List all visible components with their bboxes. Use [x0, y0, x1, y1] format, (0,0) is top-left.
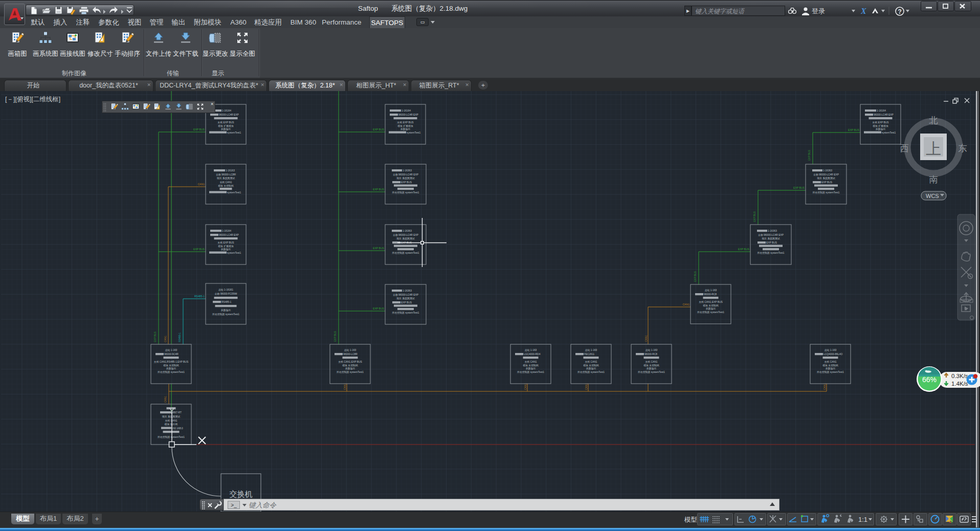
svg-text:主线 CAN1,EXP BUS: 主线 CAN1,EXP BUS [699, 300, 723, 303]
svg-text:多路输出: 多路输出 [221, 127, 231, 131]
svg-text:项目 系统图测试: 项目 系统图测试 [396, 237, 415, 240]
svg-text:EXP BUS: EXP BUS [401, 301, 412, 304]
svg-text:96000-LC4R EXP: 96000-LC4R EXP [874, 114, 894, 116]
svg-text:总站 1-163: 总站 1-163 [645, 348, 658, 352]
svg-text:所在控制器 systemTest1: 所在控制器 systemTest1 [638, 370, 665, 374]
svg-text:96000-RC8: 96000-RC8 [704, 293, 717, 296]
svg-text:CAN1: CAN1 [524, 383, 527, 390]
svg-text:南: 南 [929, 174, 938, 185]
svg-text:全称 96000-LC4R EXP: 全称 96000-LC4R EXP [393, 234, 418, 236]
svg-text:EXP BUS: EXP BUS [334, 331, 337, 342]
svg-text:CAN1: CAN1 [197, 183, 205, 186]
svg-text:CAN1: CAN1 [645, 335, 648, 342]
svg-text:所在控制器 systemTest1: 所在控制器 systemTest1 [337, 370, 364, 374]
svg-text:模块 主控制线: 模块 主控制线 [163, 364, 179, 367]
svg-text:总站 1-163: 总站 1-163 [165, 348, 177, 352]
svg-text:systemTest1: systemTest1 [407, 131, 420, 134]
svg-text:主线 CAN1: 主线 CAN1 [524, 360, 537, 363]
svg-text:CAN1: CAN1 [585, 383, 588, 390]
svg-text:192.168.0: 192.168.0 [172, 427, 183, 430]
svg-text:systemTest1: systemTest1 [227, 252, 241, 254]
svg-text:EXP BUS: EXP BUS [193, 248, 205, 251]
svg-text:96000-LC4R EXP: 96000-LC4R EXP [219, 114, 239, 116]
svg-text:北: 北 [929, 115, 938, 125]
svg-text:全称 96000-LC4R EXP: 全称 96000-LC4R EXP [813, 173, 839, 176]
svg-text:所在控制器 systemTest1: 所在控制器 systemTest1 [577, 370, 605, 374]
svg-text:模块 扩展模块: 模块 扩展模块 [397, 124, 413, 127]
svg-text:模块 主控制线: 模块 主控制线 [523, 364, 539, 367]
svg-text:模块 输出线: 模块 输出线 [165, 423, 178, 426]
svg-text:所在控制器 systemTest1: 所在控制器 systemTest1 [392, 311, 419, 315]
svg-text:96000-9C4R: 96000-9C4R [164, 353, 179, 356]
svg-text:EXP BUS: EXP BUS [154, 331, 157, 342]
svg-text:66%: 66% [922, 375, 937, 384]
svg-text:96000-LC8R: 96000-LC8R [343, 353, 358, 356]
svg-text:所在控制器 systemTest1: 所在控制器 systemTest1 [817, 370, 844, 374]
svg-text:模块 主控制线: 模块 主控制线 [342, 364, 358, 367]
svg-text:多路输出: 多路输出 [706, 307, 716, 311]
svg-text:总站 1-16161: 总站 1-16161 [218, 288, 233, 292]
svg-text:1-16164: 1-16164 [222, 230, 231, 232]
svg-text:项目 系统图测试: 项目 系统图测试 [216, 176, 235, 180]
svg-text:1.4K/s: 1.4K/s [951, 381, 968, 387]
svg-text:所在控制器 systemTest1: 所在控制器 systemTest1 [212, 313, 239, 316]
svg-text:上: 上 [926, 140, 941, 157]
svg-text:EXP BUS: EXP BUS [738, 248, 750, 251]
svg-text:多路输出: 多路输出 [400, 127, 411, 131]
svg-text:主线 CAN1: 主线 CAN1 [645, 360, 657, 363]
svg-text:所在控制器 systemTest1: 所在控制器 systemTest1 [392, 191, 419, 194]
svg-text:多路输出: 多路输出 [166, 367, 176, 370]
svg-text:项目 系统图测试: 项目 系统图测试 [816, 176, 835, 180]
svg-text:CAN1: CAN1 [164, 336, 167, 342]
svg-text:多路输出: 多路输出 [586, 367, 596, 370]
svg-text:总站 1-163: 总站 1-163 [344, 348, 357, 352]
svg-text:1-16164: 1-16164 [877, 109, 886, 112]
svg-text:多路输出: 多路输出 [876, 127, 886, 131]
svg-text:全称 96000-LC4R EXP: 全称 96000-LC4R EXP [393, 173, 418, 176]
svg-text:systemTest1: systemTest1 [227, 191, 241, 194]
svg-text:主线 CAN1,EXP BUS: 主线 CAN1,EXP BUS [338, 360, 362, 363]
svg-text:多路输出: 多路输出 [345, 367, 355, 370]
svg-text:96000-RC8: 96000-RC8 [644, 353, 657, 356]
svg-text:所在控制器 systemTest1: 所在控制器 systemTest1 [697, 311, 724, 314]
svg-text:LCQ4000-86L4O: LCQ4000-86L4O [823, 353, 842, 356]
svg-text:CAN1: CAN1 [682, 303, 689, 306]
svg-text:CAN1: CAN1 [164, 396, 167, 403]
svg-text:X: X [860, 7, 866, 15]
svg-text:多路输出: 多路输出 [826, 367, 836, 370]
svg-text:1-16363: 1-16363 [403, 290, 412, 292]
svg-text:1:1: 1:1 [858, 516, 867, 523]
svg-text:模块 主控制线: 模块 主控制线 [218, 184, 234, 188]
svg-text:交换机: 交换机 [230, 490, 253, 498]
svg-text:1-16164: 1-16164 [402, 109, 411, 112]
svg-text:主线 EXP BUS: 主线 EXP BUS [397, 121, 414, 124]
svg-text:模块 主控制线: 模块 主控制线 [703, 304, 719, 307]
svg-text:项目 系统图测试: 项目 系统图测试 [396, 297, 415, 300]
svg-text:主线 EXP BUS: 主线 EXP BUS [217, 121, 234, 124]
svg-text:项目 系统图测试: 项目 系统图测试 [162, 415, 181, 418]
svg-text:模块 主控制线: 模块 主控制线 [583, 364, 599, 367]
svg-text:总站 1-163: 总站 1-163 [825, 348, 837, 352]
svg-text:模块 扩展模块: 模块 扩展模块 [873, 124, 888, 127]
svg-text:主线 CAN1: 主线 CAN1 [165, 419, 177, 422]
svg-text:所在控制器 systemTest1: 所在控制器 systemTest1 [392, 251, 419, 255]
svg-text:所在控制器 systemTest1: 所在控制器 systemTest1 [158, 435, 185, 439]
svg-text:西: 西 [900, 143, 909, 153]
svg-text:东: 东 [958, 143, 967, 153]
svg-text:96000-LC4R EXP: 96000-LC4R EXP [219, 234, 239, 236]
svg-text:总站 1-163: 总站 1-163 [585, 348, 597, 352]
svg-text:总站 1-163: 总站 1-163 [525, 348, 537, 352]
svg-text:模块 主控制线: 模块 主控制线 [643, 364, 659, 367]
svg-text:全称 96000-LC4R EXP: 全称 96000-LC4R EXP [393, 294, 418, 296]
svg-text:模块 扩展模块: 模块 扩展模块 [218, 124, 234, 127]
svg-text:全称 96000-LC4R EXP: 全称 96000-LC4R EXP [758, 234, 784, 236]
svg-text:RS485-1: RS485-1 [179, 333, 181, 342]
svg-text:主线 EXP BUS: 主线 EXP BUS [872, 121, 889, 124]
svg-text:主线 CAN1: 主线 CAN1 [219, 181, 232, 184]
svg-text:总站 1-163: 总站 1-163 [705, 289, 717, 292]
svg-text:主线 EXP BUS: 主线 EXP BUS [217, 241, 234, 244]
svg-text:模块 主控制线: 模块 主控制线 [822, 364, 838, 367]
svg-text:EXP BUS: EXP BUS [808, 150, 811, 161]
svg-text:0.3K/s: 0.3K/s [951, 373, 968, 379]
svg-text:EXP BUS: EXP BUS [848, 128, 860, 131]
